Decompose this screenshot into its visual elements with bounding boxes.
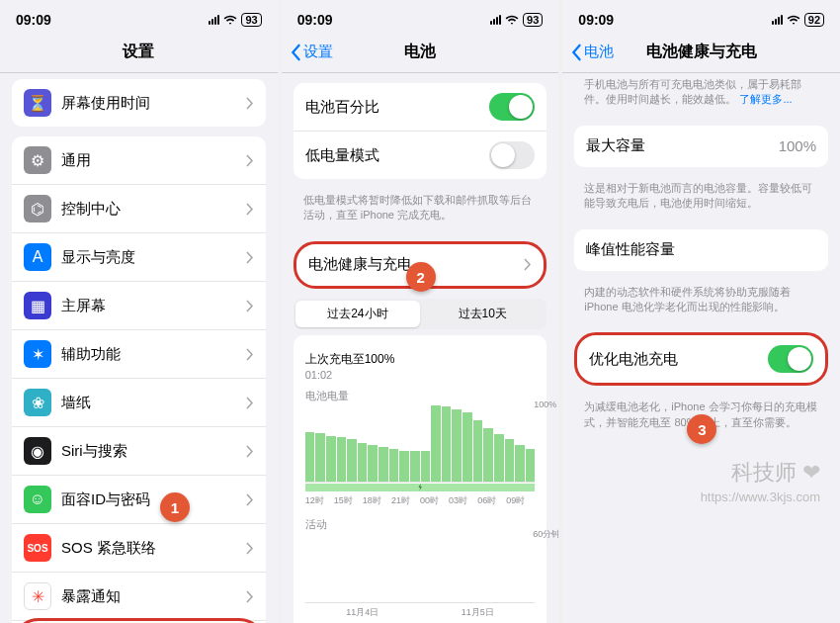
navbar: 设置 bbox=[0, 34, 278, 73]
chevron-right-icon bbox=[246, 542, 254, 555]
x-axis-ticks: 12时15时18时21时00时03时06时09时 bbox=[305, 494, 536, 507]
chevron-right-icon bbox=[246, 251, 254, 264]
chevron-right-icon bbox=[246, 348, 254, 361]
chevron-right-icon bbox=[246, 300, 254, 312]
hourglass-icon: ⏳ bbox=[24, 89, 51, 117]
signal-icon bbox=[490, 15, 501, 25]
toggle-battery-percent[interactable] bbox=[489, 93, 535, 121]
siri-icon: ◉ bbox=[24, 437, 51, 465]
settings-list[interactable]: ⏳ 屏幕使用时间 ⚙通用 ⌬控制中心 A显示与亮度 ▦主屏幕 ✶辅助功能 ❀墙纸… bbox=[0, 73, 278, 623]
signal-icon bbox=[772, 15, 783, 25]
gear-icon: ⚙ bbox=[24, 146, 51, 174]
group-main: ⚙通用 ⌬控制中心 A显示与亮度 ▦主屏幕 ✶辅助功能 ❀墙纸 ◉Siri与搜索… bbox=[12, 136, 266, 623]
phone-battery: 09:09 93 设置 电池 电池百分比 低电量模式 低电量模式将暂时降低如下载… bbox=[282, 0, 559, 623]
learn-more-link[interactable]: 了解更多... bbox=[739, 93, 792, 105]
row-sos[interactable]: SOSSOS 紧急联络 bbox=[12, 524, 266, 573]
row-exposure[interactable]: ✳暴露通知 bbox=[12, 573, 266, 621]
charging-strip bbox=[305, 484, 536, 491]
group-max-capacity: 最大容量 100% bbox=[574, 126, 828, 167]
row-general[interactable]: ⚙通用 bbox=[12, 136, 266, 185]
segment-control[interactable]: 过去24小时 过去10天 bbox=[294, 299, 547, 329]
chevron-right-icon bbox=[246, 445, 254, 458]
group-peak: 峰值性能容量 bbox=[574, 229, 828, 271]
health-content[interactable]: 手机电池与所有可充电电池类似，属于易耗部件。使用时间越长，能效越低。 了解更多.… bbox=[562, 73, 840, 623]
watermark: 科技师❤ https://www.3kjs.com bbox=[701, 458, 820, 504]
chevron-right-icon bbox=[246, 203, 254, 216]
navbar: 设置 电池 bbox=[282, 34, 559, 73]
row-wallpaper[interactable]: ❀墙纸 bbox=[12, 379, 266, 427]
navbar: 电池 电池健康与充电 bbox=[562, 34, 840, 73]
flower-icon: ❀ bbox=[24, 389, 51, 416]
text-size-icon: A bbox=[24, 243, 51, 271]
chevron-right-icon bbox=[246, 397, 254, 409]
peak-note: 内建的动态软件和硬件系统将协助克服随着 iPhone 电池化学老化而出现的性能影… bbox=[562, 281, 840, 323]
row-low-power[interactable]: 低电量模式 bbox=[294, 132, 547, 179]
chevron-right-icon bbox=[246, 154, 254, 167]
status-bar: 09:09 93 bbox=[282, 0, 559, 34]
wifi-icon bbox=[223, 13, 237, 27]
row-display[interactable]: A显示与亮度 bbox=[12, 233, 266, 282]
page-title: 电池 bbox=[404, 42, 436, 62]
row-control-center[interactable]: ⌬控制中心 bbox=[12, 185, 266, 233]
row-max-capacity[interactable]: 最大容量 100% bbox=[574, 126, 828, 167]
signal-icon bbox=[209, 15, 219, 25]
status-bar: 09:09 92 bbox=[562, 0, 840, 34]
step-badge-2: 2 bbox=[406, 262, 436, 292]
sos-icon: SOS bbox=[24, 534, 51, 562]
back-button[interactable]: 设置 bbox=[290, 43, 333, 61]
accessibility-icon: ✶ bbox=[24, 340, 51, 368]
faceid-icon: ☺ bbox=[24, 486, 51, 513]
phone-settings: 09:09 93 设置 ⏳ 屏幕使用时间 ⚙通用 ⌬控制中心 A显示与亮度 ▦主… bbox=[0, 0, 278, 623]
group-optimized: 优化电池充电 bbox=[574, 332, 828, 386]
activity-chart-label: 活动 bbox=[305, 517, 536, 534]
date-label-2: 11月5日 bbox=[420, 606, 535, 619]
group-toggles: 电池百分比 低电量模式 bbox=[294, 83, 547, 179]
chevron-right-icon bbox=[246, 590, 254, 603]
toggle-low-power[interactable] bbox=[489, 141, 535, 169]
wifi-icon bbox=[505, 13, 519, 27]
grid-icon: ▦ bbox=[24, 292, 51, 319]
row-optimized-charging[interactable]: 优化电池充电 bbox=[577, 335, 825, 383]
page-title: 电池健康与充电 bbox=[646, 42, 757, 62]
back-button[interactable]: 电池 bbox=[570, 43, 614, 61]
chevron-right-icon bbox=[524, 258, 532, 271]
row-faceid[interactable]: ☺面容ID与密码 bbox=[12, 476, 266, 524]
status-time: 09:09 bbox=[16, 12, 209, 28]
chevron-left-icon bbox=[570, 44, 582, 61]
row-home[interactable]: ▦主屏幕 bbox=[12, 282, 266, 330]
last-charge-label: 上次充电至100% bbox=[305, 351, 536, 368]
step-badge-3: 3 bbox=[687, 414, 716, 444]
max-capacity-note: 这是相对于新电池而言的电池容量。容量较低可能导致充电后，电池使用时间缩短。 bbox=[562, 177, 840, 220]
row-peak[interactable]: 峰值性能容量 bbox=[574, 229, 828, 271]
chevron-right-icon bbox=[246, 97, 254, 110]
battery-icon: 93 bbox=[241, 13, 261, 27]
group-screentime: ⏳ 屏幕使用时间 bbox=[12, 79, 266, 127]
intro-note: 手机电池与所有可充电电池类似，属于易耗部件。使用时间越长，能效越低。 了解更多.… bbox=[562, 73, 840, 116]
seg-24h[interactable]: 过去24小时 bbox=[295, 301, 420, 327]
seg-10d[interactable]: 过去10天 bbox=[420, 301, 545, 327]
battery-content[interactable]: 电池百分比 低电量模式 低电量模式将暂时降低如下载和邮件抓取等后台活动，直至 i… bbox=[282, 73, 559, 623]
heart-icon: ❤ bbox=[802, 460, 820, 486]
activity-chart: 60分钟 bbox=[305, 534, 536, 603]
status-time: 09:09 bbox=[297, 12, 490, 28]
row-battery-percent[interactable]: 电池百分比 bbox=[294, 83, 547, 132]
toggle-optimized-charging[interactable] bbox=[768, 345, 813, 373]
chevron-left-icon bbox=[290, 44, 301, 61]
low-power-note: 低电量模式将暂时降低如下载和邮件抓取等后台活动，直至 iPhone 完成充电。 bbox=[282, 189, 559, 231]
step-badge-1: 1 bbox=[160, 492, 190, 522]
date-label-1: 11月4日 bbox=[305, 606, 420, 619]
battery-icon: 93 bbox=[523, 13, 543, 27]
page-title: 设置 bbox=[123, 42, 154, 62]
row-screentime[interactable]: ⏳ 屏幕使用时间 bbox=[12, 79, 266, 127]
row-accessibility[interactable]: ✶辅助功能 bbox=[12, 330, 266, 379]
chevron-right-icon bbox=[246, 493, 254, 506]
wifi-icon bbox=[787, 13, 800, 27]
battery-icon: 92 bbox=[804, 13, 824, 27]
status-bar: 09:09 93 bbox=[0, 0, 278, 34]
row-siri[interactable]: ◉Siri与搜索 bbox=[12, 427, 266, 476]
status-time: 09:09 bbox=[578, 12, 771, 28]
max-capacity-value: 100% bbox=[779, 137, 816, 154]
phone-battery-health: 09:09 92 电池 电池健康与充电 手机电池与所有可充电电池类似，属于易耗部… bbox=[562, 0, 840, 623]
level-chart-label: 电池电量 bbox=[305, 389, 536, 405]
exposure-icon: ✳ bbox=[24, 582, 51, 610]
